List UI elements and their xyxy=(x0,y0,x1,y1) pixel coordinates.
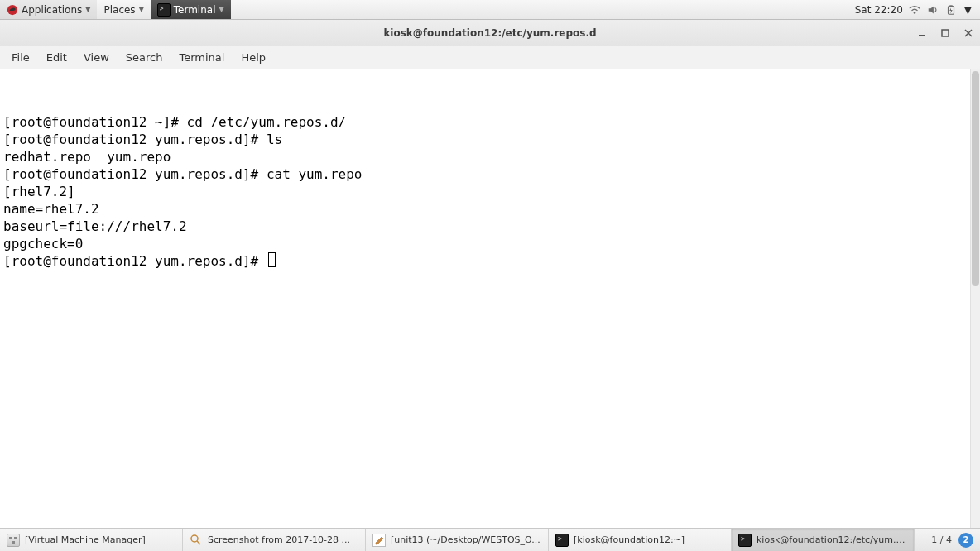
terminal-line: name=rhel7.2 xyxy=(3,200,977,218)
volume-icon[interactable] xyxy=(926,3,939,17)
clock[interactable]: Sat 22:20 xyxy=(855,4,903,16)
menu-help[interactable]: Help xyxy=(233,48,274,67)
maximize-button[interactable] xyxy=(939,26,952,40)
taskbar-label: Screenshot from 2017-10-28 ... xyxy=(208,534,350,545)
vmm-icon xyxy=(7,534,20,547)
taskbar-item-terminal-home[interactable]: [kiosk@foundation12:~] xyxy=(549,529,732,551)
applications-label: Applications xyxy=(22,4,82,16)
active-app-terminal[interactable]: Terminal ▼ xyxy=(151,0,231,19)
chevron-down-icon: ▼ xyxy=(85,6,90,13)
window-title: kiosk@foundation12:/etc/yum.repos.d xyxy=(383,27,596,39)
taskbar-label: [unit13 (~/Desktop/WESTOS_O... xyxy=(391,534,540,545)
wifi-icon[interactable] xyxy=(908,3,921,17)
svg-rect-8 xyxy=(12,541,15,544)
terminal-icon xyxy=(555,534,569,547)
active-app-label: Terminal xyxy=(174,4,216,16)
terminal-prompt-line: [root@foundation12 yum.repos.d]# xyxy=(3,252,977,270)
chevron-down-icon: ▼ xyxy=(139,6,144,13)
menu-terminal[interactable]: Terminal xyxy=(171,48,233,67)
taskbar-label: kiosk@foundation12:/etc/yum.r... xyxy=(757,534,907,545)
svg-rect-4 xyxy=(919,35,925,36)
applications-menu[interactable]: Applications ▼ xyxy=(0,0,97,19)
image-viewer-icon xyxy=(190,534,203,547)
taskbar-item-gedit[interactable]: [unit13 (~/Desktop/WESTOS_O... xyxy=(366,529,549,551)
minimize-button[interactable] xyxy=(915,26,929,40)
terminal-icon xyxy=(738,534,752,547)
window-titlebar[interactable]: kiosk@foundation12:/etc/yum.repos.d xyxy=(0,20,980,46)
svg-rect-3 xyxy=(949,5,953,7)
chevron-down-icon: ▼ xyxy=(219,6,224,13)
fedora-icon xyxy=(7,4,18,16)
places-menu[interactable]: Places ▼ xyxy=(97,0,150,19)
svg-rect-5 xyxy=(942,30,949,36)
terminal-line: baseurl=file:///rhel7.2 xyxy=(3,218,977,235)
scrollbar-thumb[interactable] xyxy=(972,71,979,286)
terminal-icon xyxy=(157,3,171,17)
terminal-line: [root@foundation12 yum.repos.d]# ls xyxy=(3,131,977,148)
workspace-indicator[interactable]: 1 / 4 xyxy=(931,534,952,545)
terminal-line: [rhel7.2] xyxy=(3,183,977,200)
close-button[interactable] xyxy=(962,26,975,40)
terminal-output[interactable]: [root@foundation12 ~]# cd /etc/yum.repos… xyxy=(0,69,980,528)
terminal-line: [root@foundation12 ~]# cd /etc/yum.repos… xyxy=(3,113,977,131)
menu-edit[interactable]: Edit xyxy=(38,48,75,67)
taskbar-item-screenshot[interactable]: Screenshot from 2017-10-28 ... xyxy=(183,529,366,551)
terminal-line: redhat.repo yum.repo xyxy=(3,148,977,165)
cursor xyxy=(268,252,276,267)
taskbar-item-vmm[interactable]: [Virtual Machine Manager] xyxy=(0,529,183,551)
svg-point-9 xyxy=(191,535,198,542)
menubar: File Edit View Search Terminal Help xyxy=(0,46,980,69)
taskbar-item-terminal-repos[interactable]: kiosk@foundation12:/etc/yum.r... xyxy=(732,529,915,551)
svg-rect-6 xyxy=(9,537,12,539)
terminal-prompt: [root@foundation12 yum.repos.d]# xyxy=(3,253,267,269)
taskbar-label: [Virtual Machine Manager] xyxy=(25,534,146,545)
scrollbar[interactable] xyxy=(970,69,980,528)
text-editor-icon xyxy=(372,534,386,547)
terminal-line: gpgcheck=0 xyxy=(3,235,977,252)
terminal-line: [root@foundation12 yum.repos.d]# cat yum… xyxy=(3,165,977,183)
menu-file[interactable]: File xyxy=(3,48,38,67)
taskbar: [Virtual Machine Manager] Screenshot fro… xyxy=(0,528,980,551)
top-panel: Applications ▼ Places ▼ Terminal ▼ Sat 2… xyxy=(0,0,980,20)
menu-view[interactable]: View xyxy=(75,48,118,67)
menu-search[interactable]: Search xyxy=(118,48,171,67)
notification-badge[interactable]: 2 xyxy=(958,533,973,548)
svg-rect-7 xyxy=(14,537,17,539)
system-menu-chevron[interactable]: ▼ xyxy=(963,4,973,16)
places-label: Places xyxy=(103,4,135,16)
taskbar-label: [kiosk@foundation12:~] xyxy=(574,534,685,545)
battery-icon[interactable] xyxy=(944,3,958,17)
svg-point-1 xyxy=(913,12,915,14)
window-controls xyxy=(915,20,975,46)
